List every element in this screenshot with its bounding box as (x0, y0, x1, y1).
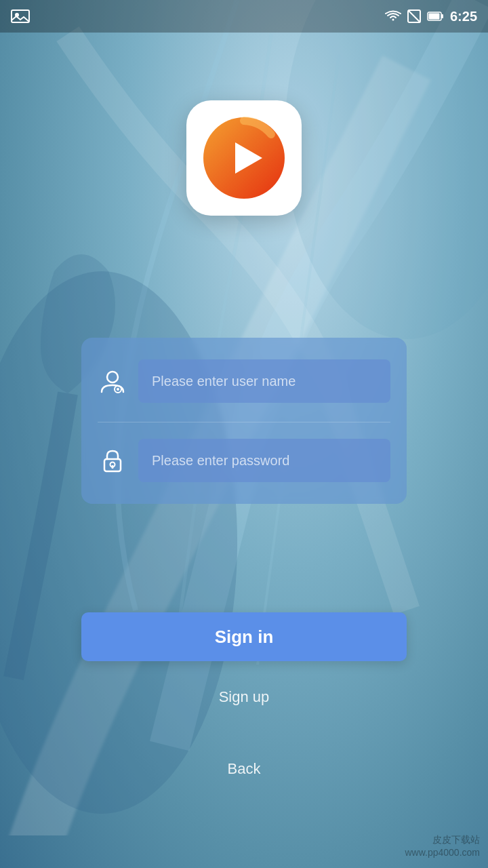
main-content: Sign in Sign up Back (0, 33, 488, 868)
login-card (81, 338, 407, 504)
battery-icon (427, 11, 445, 22)
photo-icon (11, 7, 30, 26)
password-row (98, 439, 390, 482)
app-icon (186, 100, 302, 216)
status-time: 6:25 (450, 9, 477, 24)
password-input[interactable] (138, 439, 390, 482)
username-input[interactable] (138, 359, 390, 403)
svg-point-13 (117, 388, 119, 391)
svg-point-11 (107, 372, 118, 382)
status-bar: 6:25 (0, 0, 488, 33)
svg-line-5 (408, 10, 420, 22)
gallery-icon (11, 8, 30, 24)
status-right-icons: 6:25 (385, 9, 477, 24)
user-icon (98, 366, 127, 396)
back-button[interactable]: Back (228, 760, 261, 778)
lock-padlock-icon (99, 447, 126, 474)
svg-rect-7 (428, 14, 439, 20)
buttons-area: Sign in Sign up Back (81, 612, 407, 778)
wifi-icon (385, 10, 401, 22)
signal-icon (407, 9, 422, 24)
username-row (98, 359, 390, 403)
svg-rect-2 (12, 10, 29, 22)
divider (98, 422, 390, 422)
user-avatar-icon (99, 368, 126, 395)
play-icon-svg (200, 114, 288, 202)
svg-rect-16 (112, 465, 114, 469)
signin-button[interactable]: Sign in (81, 612, 407, 661)
lock-icon (98, 446, 127, 475)
signup-button[interactable]: Sign up (219, 688, 270, 706)
watermark: 皮皮下载站 www.pp4000.com (405, 833, 480, 860)
svg-rect-8 (441, 14, 443, 18)
watermark-text: 皮皮下载站 www.pp4000.com (405, 833, 480, 860)
